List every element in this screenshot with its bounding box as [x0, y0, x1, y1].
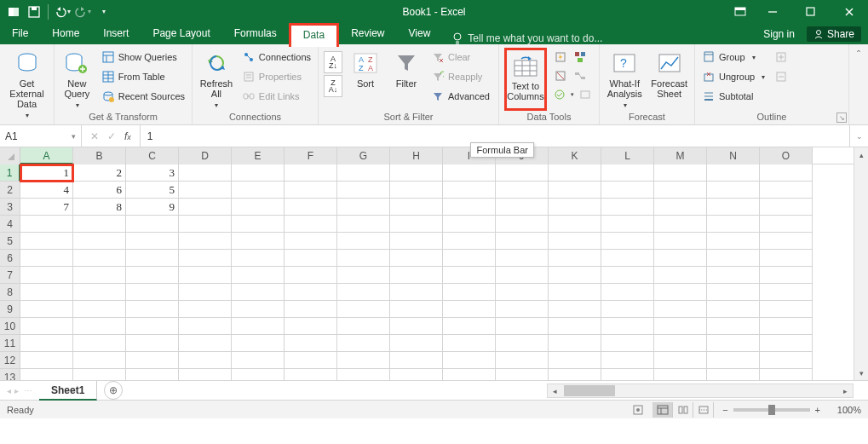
- cell-K10[interactable]: [549, 318, 601, 335]
- cell-O1[interactable]: [760, 164, 813, 182]
- row-header-9[interactable]: 9: [0, 301, 20, 318]
- cell-E13[interactable]: [232, 369, 285, 380]
- cell-B11[interactable]: [73, 335, 126, 352]
- group-button[interactable]: Group▾: [700, 48, 767, 66]
- cell-I13[interactable]: [443, 369, 496, 380]
- outline-dialog-launcher[interactable]: ↘: [836, 112, 847, 123]
- cell-D11[interactable]: [179, 335, 232, 352]
- cell-G4[interactable]: [337, 216, 390, 233]
- tab-formulas[interactable]: Formulas: [222, 23, 289, 44]
- row-header-1[interactable]: 1: [0, 164, 20, 182]
- cell-C3[interactable]: 9: [126, 199, 179, 216]
- row-header-12[interactable]: 12: [0, 352, 20, 369]
- cell-B8[interactable]: [73, 284, 126, 301]
- cell-I9[interactable]: [443, 301, 496, 318]
- text-to-columns-button[interactable]: Text to Columns: [504, 48, 547, 111]
- remove-duplicates-button[interactable]: [552, 66, 569, 85]
- cell-G8[interactable]: [337, 284, 390, 301]
- cell-L13[interactable]: [601, 369, 654, 380]
- tell-me-search[interactable]: Tell me what you want to do...: [452, 32, 602, 44]
- cell-K2[interactable]: [549, 182, 601, 199]
- cell-F1[interactable]: [285, 164, 337, 182]
- cell-L9[interactable]: [601, 301, 654, 318]
- cell-M8[interactable]: [654, 284, 707, 301]
- cell-A9[interactable]: [20, 301, 73, 318]
- cell-B10[interactable]: [73, 318, 126, 335]
- cell-A5[interactable]: [20, 233, 73, 250]
- cell-J4[interactable]: [496, 216, 549, 233]
- cell-E3[interactable]: [232, 199, 285, 216]
- cell-H1[interactable]: [390, 164, 443, 182]
- cell-K4[interactable]: [549, 216, 601, 233]
- column-header-A[interactable]: A: [20, 147, 73, 164]
- get-external-data-button[interactable]: Get External Data ▾: [5, 48, 49, 121]
- tab-data[interactable]: Data: [289, 23, 339, 47]
- scroll-right-icon[interactable]: ▸: [838, 387, 853, 395]
- hide-detail-button[interactable]: [773, 67, 789, 86]
- cell-L6[interactable]: [601, 250, 654, 267]
- formula-bar[interactable]: 1 Formula Bar: [141, 125, 849, 147]
- cell-A7[interactable]: [20, 267, 73, 284]
- clear-button[interactable]: Clear: [429, 48, 491, 66]
- cell-F2[interactable]: [285, 182, 337, 199]
- cell-M7[interactable]: [654, 267, 707, 284]
- cell-L4[interactable]: [601, 216, 654, 233]
- sort-za-button[interactable]: ZA↓: [324, 75, 342, 97]
- cell-E11[interactable]: [232, 335, 285, 352]
- cell-H4[interactable]: [390, 216, 443, 233]
- cell-I8[interactable]: [443, 284, 496, 301]
- refresh-all-button[interactable]: Refresh All ▾: [198, 48, 235, 111]
- cell-O11[interactable]: [760, 335, 813, 352]
- cell-F6[interactable]: [285, 250, 337, 267]
- cell-A4[interactable]: [20, 216, 73, 233]
- name-box[interactable]: A1 ▾: [0, 125, 82, 147]
- cell-B2[interactable]: 6: [73, 182, 126, 199]
- cell-N9[interactable]: [707, 301, 760, 318]
- collapse-ribbon-button[interactable]: ˆ: [849, 44, 868, 124]
- cell-I12[interactable]: [443, 352, 496, 369]
- cell-A13[interactable]: [20, 369, 73, 380]
- cell-G9[interactable]: [337, 301, 390, 318]
- tab-review[interactable]: Review: [339, 23, 396, 44]
- close-button[interactable]: [830, 0, 868, 23]
- cell-N12[interactable]: [707, 352, 760, 369]
- cell-A10[interactable]: [20, 318, 73, 335]
- cell-A2[interactable]: 4: [20, 182, 73, 199]
- scroll-left-icon[interactable]: ◂: [548, 387, 562, 395]
- cell-D4[interactable]: [179, 216, 232, 233]
- cell-N13[interactable]: [707, 369, 760, 380]
- cell-G1[interactable]: [337, 164, 390, 182]
- scroll-down-icon[interactable]: ▾: [854, 366, 868, 380]
- cell-B1[interactable]: 2: [73, 164, 126, 182]
- cancel-icon[interactable]: ✕: [90, 130, 99, 142]
- cell-J6[interactable]: [496, 250, 549, 267]
- connections-button[interactable]: Connections: [240, 48, 313, 66]
- column-header-C[interactable]: C: [126, 147, 179, 164]
- new-sheet-button[interactable]: ⊕: [104, 381, 123, 400]
- cell-F13[interactable]: [285, 369, 337, 380]
- column-header-H[interactable]: H: [390, 147, 443, 164]
- cell-B3[interactable]: 8: [73, 199, 126, 216]
- cell-J5[interactable]: [496, 233, 549, 250]
- cell-E9[interactable]: [232, 301, 285, 318]
- cell-D13[interactable]: [179, 369, 232, 380]
- cell-J3[interactable]: [496, 199, 549, 216]
- cell-B13[interactable]: [73, 369, 126, 380]
- cell-E12[interactable]: [232, 352, 285, 369]
- cell-B5[interactable]: [73, 233, 126, 250]
- cell-F3[interactable]: [285, 199, 337, 216]
- cell-D3[interactable]: [179, 199, 232, 216]
- macro-record-icon[interactable]: [632, 404, 644, 416]
- cell-N8[interactable]: [707, 284, 760, 301]
- cell-F11[interactable]: [285, 335, 337, 352]
- cell-E2[interactable]: [232, 182, 285, 199]
- column-header-D[interactable]: D: [179, 147, 232, 164]
- cell-D5[interactable]: [179, 233, 232, 250]
- cell-O4[interactable]: [760, 216, 813, 233]
- forecast-sheet-button[interactable]: Forecast Sheet: [650, 48, 690, 99]
- cell-A3[interactable]: 7: [20, 199, 73, 216]
- tab-home[interactable]: Home: [40, 23, 91, 44]
- row-header-5[interactable]: 5: [0, 233, 20, 250]
- row-header-11[interactable]: 11: [0, 335, 20, 352]
- cell-J9[interactable]: [496, 301, 549, 318]
